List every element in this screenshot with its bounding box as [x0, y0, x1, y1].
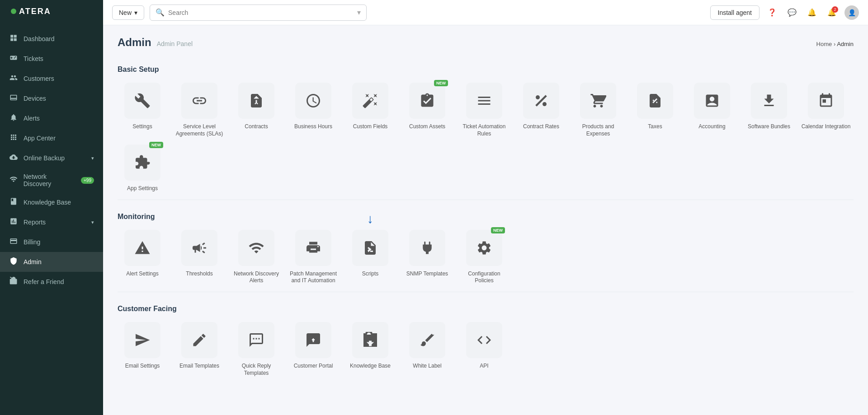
card-label-thresholds: Thresholds	[186, 270, 212, 278]
sidebar-icon-alerts	[9, 113, 18, 123]
sidebar-label-tickets: Tickets	[24, 55, 43, 62]
admin-card-alert-settings[interactable]: Alert Settings	[118, 230, 167, 284]
card-icon-accounting	[694, 83, 730, 119]
sidebar-item-reports[interactable]: Reports ▾	[0, 212, 103, 232]
admin-card-software-bundles[interactable]: Software Bundles	[744, 83, 794, 137]
admin-card-email-templates[interactable]: Email Templates	[175, 322, 224, 377]
new-button[interactable]: New ▾	[112, 5, 144, 20]
main-area: New ▾ 🔍 ▾ Install agent ❓ 💬 🔔 🔔 2 👤 Admi…	[103, 0, 868, 415]
sidebar-item-refer-a-friend[interactable]: Refer a Friend	[0, 272, 103, 292]
sidebar-item-billing[interactable]: Billing	[0, 232, 103, 252]
sidebar-icon-online-backup	[9, 153, 18, 163]
admin-card-settings[interactable]: Settings	[118, 83, 167, 137]
sidebar-label-devices: Devices	[24, 95, 46, 102]
sidebar-icon-app-center	[9, 133, 18, 143]
topbar-right: Install agent ❓ 💬 🔔 🔔 2 👤	[710, 5, 859, 20]
sidebar-item-alerts[interactable]: Alerts	[0, 108, 103, 128]
search-icon: 🔍	[156, 8, 165, 17]
sidebar-item-network-discovery[interactable]: Network Discovery +99	[0, 168, 103, 192]
search-bar[interactable]: 🔍 ▾	[150, 5, 367, 21]
breadcrumb-home[interactable]: Home	[816, 41, 832, 47]
card-label-customer-portal: Customer Portal	[294, 363, 333, 370]
sidebar-badge-network-discovery: +99	[81, 177, 94, 184]
admin-card-custom-assets[interactable]: NEW Custom Assets	[402, 83, 452, 137]
card-icon-config-policies: NEW	[466, 230, 502, 266]
sidebar-item-online-backup[interactable]: Online Backup ▾	[0, 148, 103, 168]
sidebar-icon-refer-a-friend	[9, 277, 18, 287]
sidebar-label-customers: Customers	[24, 75, 54, 82]
admin-card-contract-rates[interactable]: Contract Rates	[516, 83, 566, 137]
admin-card-patch-mgmt[interactable]: Patch Management and IT Automation	[288, 230, 338, 284]
chat-icon[interactable]: 💬	[785, 5, 799, 20]
card-label-contract-rates: Contract Rates	[523, 123, 559, 131]
admin-card-config-policies[interactable]: NEW Configuration Policies	[459, 230, 509, 284]
card-label-network-discovery-alerts: Network Discovery Alerts	[231, 270, 281, 284]
sidebar-item-app-center[interactable]: App Center	[0, 128, 103, 148]
card-icon-api	[466, 322, 502, 358]
bell-icon[interactable]: 🔔	[805, 5, 819, 20]
card-icon-quick-reply	[238, 322, 274, 358]
sidebar-icon-reports	[9, 217, 18, 227]
avatar[interactable]: 👤	[844, 5, 859, 20]
sidebar-item-customers[interactable]: Customers	[0, 69, 103, 89]
logo-text: ATERA	[9, 5, 54, 20]
admin-card-network-discovery-alerts[interactable]: Network Discovery Alerts	[231, 230, 281, 284]
card-icon-app-settings: NEW	[124, 145, 160, 181]
card-label-knowledge-base-cf: Knowledge Base	[350, 363, 391, 370]
admin-card-ticket-automation[interactable]: Ticket Automation Rules	[459, 83, 509, 137]
admin-card-scripts[interactable]: ↓ Scripts	[345, 230, 395, 284]
admin-card-business-hours[interactable]: Business Hours	[288, 83, 338, 137]
admin-card-customer-portal[interactable]: Customer Portal	[288, 322, 338, 377]
sidebar-item-devices[interactable]: Devices	[0, 89, 103, 108]
card-icon-alert-settings	[124, 230, 160, 266]
search-input[interactable]	[168, 9, 354, 16]
sidebar-item-dashboard[interactable]: Dashboard	[0, 29, 103, 49]
card-icon-sla	[181, 83, 217, 119]
card-label-white-label: White Label	[413, 363, 441, 370]
admin-card-white-label[interactable]: White Label	[402, 322, 452, 377]
alert-bell-icon[interactable]: 🔔 2	[825, 5, 839, 20]
breadcrumb: Home › Admin	[816, 41, 854, 47]
card-label-ticket-automation: Ticket Automation Rules	[459, 123, 509, 137]
app-logo[interactable]: ATERA	[0, 0, 103, 25]
card-icon-customer-portal	[295, 322, 331, 358]
customer-facing-section: Customer Facing Email Settings Email Tem…	[118, 296, 854, 377]
install-agent-button[interactable]: Install agent	[710, 5, 760, 20]
sidebar-label-reports: Reports	[24, 219, 46, 226]
admin-card-calendar-integration[interactable]: Calendar Integration	[801, 83, 851, 137]
admin-card-api[interactable]: API	[459, 322, 509, 377]
admin-card-app-settings[interactable]: NEW App Settings	[118, 145, 167, 192]
sidebar-icon-dashboard	[9, 34, 18, 44]
card-label-app-settings: App Settings	[127, 185, 158, 192]
card-label-quick-reply: Quick Reply Templates	[231, 363, 281, 377]
admin-card-email-settings[interactable]: Email Settings	[118, 322, 167, 377]
basic-setup-section: Basic Setup Settings Service Level Agree…	[118, 56, 854, 200]
chevron-icon-online-backup: ▾	[91, 155, 94, 161]
admin-card-sla[interactable]: Service Level Agreements (SLAs)	[175, 83, 224, 137]
admin-card-taxes[interactable]: Taxes	[630, 83, 680, 137]
admin-card-quick-reply[interactable]: Quick Reply Templates	[231, 322, 281, 377]
sidebar-label-billing: Billing	[24, 238, 40, 246]
basic-setup-grid: Settings Service Level Agreements (SLAs)…	[118, 83, 854, 192]
page-header: Admin Admin Panel	[118, 36, 193, 49]
customer-facing-title: Customer Facing	[118, 296, 854, 313]
sidebar-item-tickets[interactable]: Tickets	[0, 49, 103, 69]
admin-card-snmp-templates[interactable]: SNMP Templates	[402, 230, 452, 284]
card-icon-custom-assets: NEW	[409, 83, 445, 119]
card-label-scripts: Scripts	[362, 270, 379, 278]
admin-card-knowledge-base-cf[interactable]: Knowledge Base	[345, 322, 395, 377]
admin-card-contracts[interactable]: Contracts	[231, 83, 281, 137]
sidebar-item-admin[interactable]: Admin	[0, 252, 103, 272]
sidebar-item-knowledge-base[interactable]: Knowledge Base	[0, 192, 103, 212]
help-icon[interactable]: ❓	[765, 5, 779, 20]
sidebar-label-alerts: Alerts	[24, 115, 40, 122]
new-badge-app-settings: NEW	[149, 142, 163, 148]
admin-card-accounting[interactable]: Accounting	[687, 83, 737, 137]
admin-card-thresholds[interactable]: Thresholds	[175, 230, 224, 284]
monitoring-section: Monitoring Alert Settings Thresholds Net…	[118, 204, 854, 292]
card-icon-network-discovery-alerts	[238, 230, 274, 266]
admin-card-custom-fields[interactable]: Custom Fields	[345, 83, 395, 137]
card-label-alert-settings: Alert Settings	[126, 270, 158, 278]
admin-card-products-expenses[interactable]: Products and Expenses	[573, 83, 623, 137]
basic-setup-title: Basic Setup	[118, 56, 854, 74]
